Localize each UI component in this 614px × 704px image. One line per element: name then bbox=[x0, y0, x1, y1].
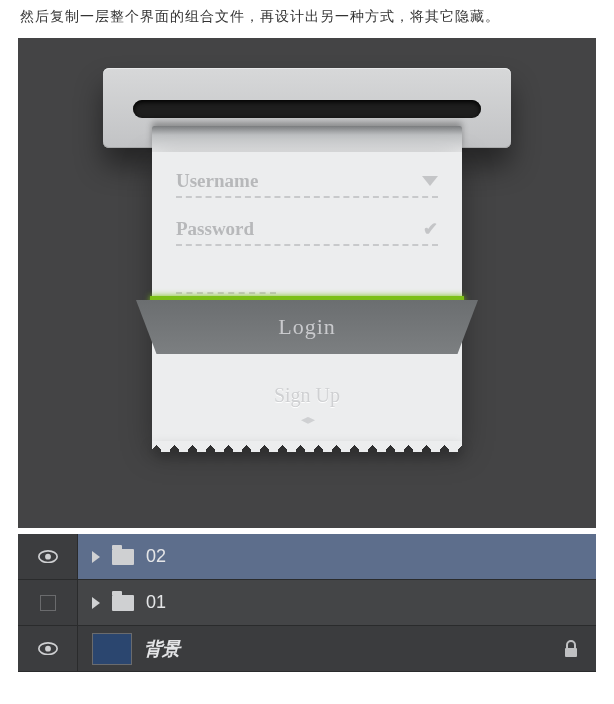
expand-icon[interactable] bbox=[92, 597, 100, 609]
eye-icon bbox=[38, 642, 58, 655]
password-field[interactable]: Password ✔ bbox=[176, 218, 438, 246]
login-paper: Username Password ✔ Login Sign Up ◂▪▸ bbox=[152, 126, 462, 453]
login-button[interactable]: Login bbox=[136, 300, 478, 360]
layer-thumbnail bbox=[92, 633, 132, 665]
eye-icon bbox=[38, 550, 58, 563]
layer-name: 01 bbox=[146, 592, 166, 613]
layer-name: 背景 bbox=[144, 637, 180, 661]
username-label: Username bbox=[176, 170, 258, 192]
expand-icon[interactable] bbox=[92, 551, 100, 563]
visibility-toggle[interactable] bbox=[18, 534, 78, 579]
svg-point-3 bbox=[45, 646, 51, 652]
password-label: Password bbox=[176, 218, 254, 240]
layers-panel: 02 01 背景 bbox=[18, 534, 596, 672]
lock-indicator bbox=[546, 626, 596, 671]
login-button-label: Login bbox=[136, 300, 478, 354]
layer-row-02[interactable]: 02 bbox=[18, 534, 596, 580]
svg-point-1 bbox=[45, 554, 51, 560]
down-arrows-icon: ◂▪▸ bbox=[176, 411, 438, 441]
paper-curl bbox=[152, 126, 462, 152]
small-input[interactable] bbox=[176, 266, 276, 294]
username-field[interactable]: Username bbox=[176, 170, 438, 198]
paper-torn-edge bbox=[152, 441, 462, 453]
lock-icon bbox=[563, 640, 579, 658]
check-icon: ✔ bbox=[423, 218, 438, 240]
layer-row-bg[interactable]: 背景 bbox=[18, 626, 596, 672]
receipt-slot bbox=[133, 100, 481, 118]
visibility-toggle[interactable] bbox=[18, 580, 78, 625]
folder-icon bbox=[112, 549, 134, 565]
paper-body: Username Password ✔ Login Sign Up ◂▪▸ bbox=[152, 152, 462, 441]
visibility-off-icon bbox=[40, 595, 56, 611]
layer-name: 02 bbox=[146, 546, 166, 567]
folder-icon bbox=[112, 595, 134, 611]
svg-rect-4 bbox=[565, 648, 577, 657]
signup-link[interactable]: Sign Up bbox=[176, 384, 438, 407]
visibility-toggle[interactable] bbox=[18, 626, 78, 671]
instruction-text: 然后复制一层整个界面的组合文件，再设计出另一种方式，将其它隐藏。 bbox=[0, 0, 614, 38]
layer-row-01[interactable]: 01 bbox=[18, 580, 596, 626]
design-canvas: Username Password ✔ Login Sign Up ◂▪▸ bbox=[18, 38, 596, 528]
chevron-down-icon bbox=[422, 176, 438, 186]
